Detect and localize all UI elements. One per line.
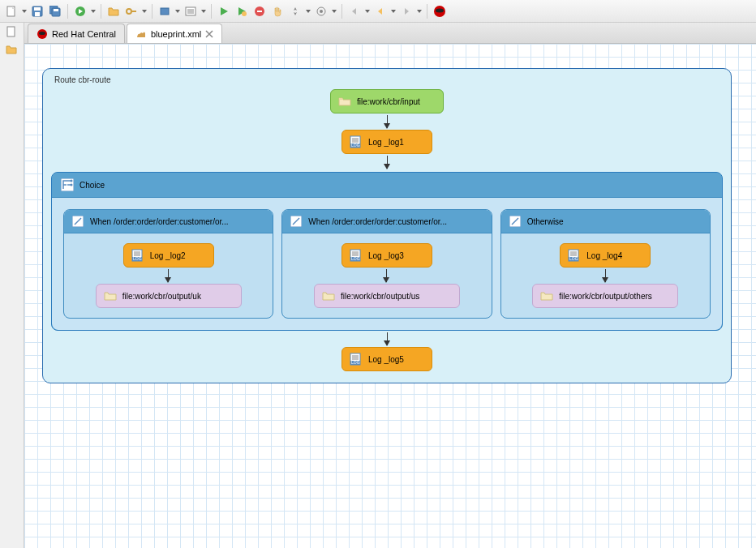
when-icon [289, 214, 303, 229]
when-label: When /order:order/order:customer/or... [90, 217, 229, 226]
svg-rect-2 [34, 7, 41, 11]
svg-text:LOG: LOG [133, 256, 142, 261]
node-label: Log _log1 [368, 138, 404, 147]
new-dropdown[interactable] [21, 3, 28, 19]
output-us-node[interactable]: file:work/cbr/output/us [314, 284, 460, 308]
when-icon [71, 214, 85, 229]
open-folder-button[interactable] [105, 3, 122, 19]
svg-rect-22 [7, 27, 15, 36]
svg-rect-10 [161, 8, 169, 15]
when-branch-1[interactable]: When /order:order/order:customer/or... L… [281, 209, 492, 319]
node-label: Log _log5 [368, 355, 404, 364]
svg-point-21 [436, 8, 444, 12]
forward-button[interactable] [398, 3, 415, 19]
back-button[interactable] [346, 3, 363, 19]
choice-label: Choice [79, 181, 105, 190]
otherwise-branch[interactable]: Otherwise LOG Log _log4 [500, 209, 711, 319]
svg-point-15 [242, 11, 247, 16]
log-icon: LOG [349, 352, 363, 366]
route-label: Route cbr-route [51, 74, 723, 89]
arrow-icon [605, 269, 606, 282]
redhat-icon [37, 28, 48, 40]
svg-rect-17 [257, 11, 262, 12]
redhat-button[interactable] [432, 3, 448, 19]
svg-point-8 [127, 9, 131, 14]
output-others-node[interactable]: file:work/cbr/output/others [532, 284, 678, 308]
hand-button[interactable] [269, 3, 286, 19]
svg-text:LOG: LOG [351, 143, 360, 148]
debug-run-button[interactable] [234, 3, 250, 19]
folder-icon [321, 289, 336, 303]
key-button[interactable] [123, 3, 140, 19]
log2-node[interactable]: LOG Log _log2 [123, 243, 214, 268]
svg-text:LOG: LOG [569, 256, 578, 261]
key-dropdown[interactable] [141, 3, 148, 19]
log-icon: LOG [349, 135, 363, 149]
svg-text:LOG: LOG [351, 360, 360, 365]
run-dropdown[interactable] [90, 3, 97, 19]
target-button[interactable] [313, 3, 329, 19]
forward-dropdown[interactable] [416, 3, 423, 19]
folder-icon [539, 289, 554, 303]
arrow-icon [168, 269, 169, 282]
choice-icon [60, 178, 75, 192]
navigate-button[interactable] [287, 3, 303, 19]
choice-container[interactable]: Choice When /order:order/order:customer/… [51, 172, 723, 331]
box-button[interactable] [157, 3, 173, 19]
log5-node[interactable]: LOG Log _log5 [341, 347, 432, 371]
arrow-icon [387, 115, 388, 128]
node-label: Log _log2 [150, 251, 186, 260]
left-doc-icon[interactable] [6, 26, 19, 39]
node-label: Log _log3 [368, 251, 404, 260]
tab-redhat-central[interactable]: Red Hat Central [28, 24, 125, 43]
output-uk-node[interactable]: file:work/cbr/output/uk [96, 284, 242, 308]
log4-node[interactable]: LOG Log _log4 [560, 243, 651, 268]
play-button[interactable] [216, 3, 232, 19]
back-dropdown[interactable] [364, 3, 371, 19]
log3-node[interactable]: LOG Log _log3 [341, 243, 432, 268]
when-branch-0[interactable]: When /order:order/order:customer/or... L… [63, 209, 273, 319]
tab-label: blueprint.xml [151, 29, 201, 39]
otherwise-label: Otherwise [527, 217, 564, 226]
save-all-button[interactable] [47, 3, 63, 19]
list-button[interactable] [183, 3, 199, 19]
new-button[interactable] [3, 3, 19, 19]
back-yellow-dropdown[interactable] [390, 3, 397, 19]
log-icon: LOG [567, 248, 582, 263]
route-container[interactable]: Route cbr-route file:work/cbr/input LOG … [42, 68, 732, 383]
diagram-canvas[interactable]: Route cbr-route file:work/cbr/input LOG … [24, 44, 756, 548]
node-label: Log _log4 [586, 251, 622, 260]
svg-rect-3 [35, 12, 40, 16]
svg-point-19 [320, 10, 323, 13]
arrow-icon [386, 269, 387, 282]
log-icon: LOG [131, 248, 145, 263]
left-folder-icon[interactable] [6, 44, 19, 57]
when-label: When /order:order/order:customer/or... [308, 217, 447, 226]
list-dropdown[interactable] [200, 3, 207, 19]
log1-node[interactable]: LOG Log _log1 [341, 130, 432, 154]
box-dropdown[interactable] [174, 3, 181, 19]
left-panel [0, 23, 24, 548]
svg-point-24 [39, 32, 45, 35]
run-button[interactable] [72, 3, 88, 19]
node-label: file:work/cbr/output/others [559, 292, 652, 301]
folder-icon [337, 94, 352, 109]
back-yellow-button[interactable] [372, 3, 389, 19]
svg-point-32 [71, 180, 73, 182]
navigate-dropdown[interactable] [305, 3, 311, 19]
stop-button[interactable] [251, 3, 268, 19]
arrow-icon [387, 156, 388, 169]
save-button[interactable] [29, 3, 45, 19]
node-label: file:work/cbr/output/uk [122, 292, 201, 301]
camel-icon [135, 28, 147, 40]
file-input-node[interactable]: file:work/cbr/input [330, 89, 444, 113]
svg-rect-6 [54, 9, 58, 11]
otherwise-icon [508, 214, 522, 229]
target-dropdown[interactable] [331, 3, 337, 19]
close-icon[interactable] [205, 30, 213, 38]
tab-blueprint[interactable]: blueprint.xml [127, 24, 222, 43]
arrow-icon [387, 332, 388, 345]
svg-rect-9 [131, 11, 136, 12]
folder-icon [103, 289, 118, 303]
node-label: file:work/cbr/output/us [341, 292, 419, 301]
